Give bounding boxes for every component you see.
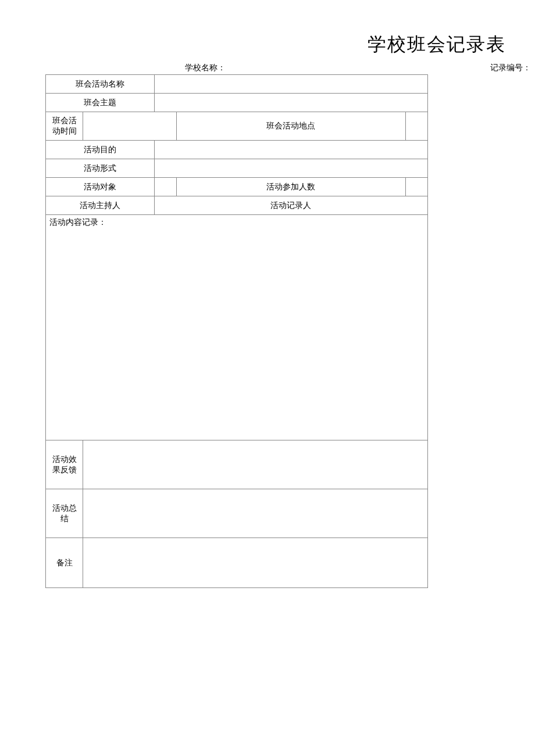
summary-value[interactable] bbox=[83, 489, 428, 538]
page-title: 学校班会记录表 bbox=[368, 32, 506, 58]
participant-count-value[interactable] bbox=[405, 178, 427, 196]
activity-location-label: 班会活动地点 bbox=[176, 112, 405, 141]
activity-name-value[interactable] bbox=[154, 75, 427, 94]
participant-count-label: 活动参加人数 bbox=[176, 178, 405, 196]
summary-label: 活动总结 bbox=[46, 489, 83, 538]
activity-time-label: 班会活动时间 bbox=[46, 112, 83, 141]
theme-value[interactable] bbox=[154, 94, 427, 112]
activity-name-label: 班会活动名称 bbox=[46, 75, 155, 94]
activity-format-label: 活动形式 bbox=[46, 159, 155, 178]
activity-purpose-label: 活动目的 bbox=[46, 141, 155, 159]
activity-time-value[interactable] bbox=[83, 112, 177, 141]
content-record-label: 活动内容记录： bbox=[49, 218, 106, 227]
host-label: 活动主持人 bbox=[46, 196, 155, 215]
school-name-label: 学校名称： bbox=[185, 63, 226, 73]
activity-format-value[interactable] bbox=[154, 159, 427, 178]
effect-feedback-value[interactable] bbox=[83, 440, 428, 489]
theme-label: 班会主题 bbox=[46, 94, 155, 112]
activity-target-label: 活动对象 bbox=[46, 178, 155, 196]
content-record-cell[interactable]: 活动内容记录： bbox=[46, 215, 428, 440]
activity-location-value[interactable] bbox=[405, 112, 427, 141]
activity-target-value[interactable] bbox=[154, 178, 176, 196]
meeting-record-table: 班会活动名称 班会主题 班会活动时间 班会活动地点 活动目的 活动形式 活动对象… bbox=[45, 74, 428, 588]
remark-value[interactable] bbox=[83, 538, 428, 588]
remark-label: 备注 bbox=[46, 538, 83, 588]
effect-feedback-label: 活动效果反馈 bbox=[46, 440, 83, 489]
recorder-label: 活动记录人 bbox=[154, 196, 427, 215]
activity-purpose-value[interactable] bbox=[154, 141, 427, 159]
record-no-label: 记录编号： bbox=[490, 63, 531, 73]
